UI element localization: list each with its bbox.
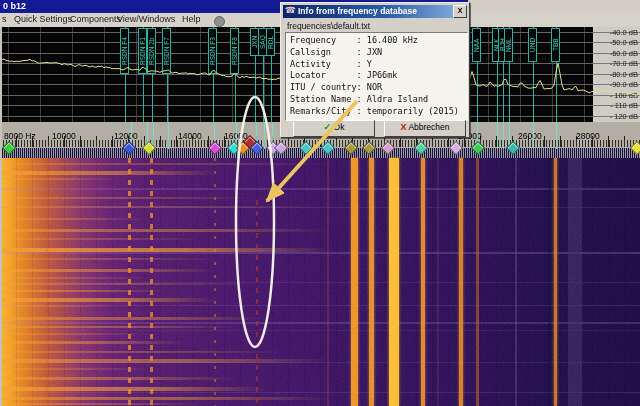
ok-button[interactable]: ✓ Ok	[293, 120, 375, 137]
station-line-extension	[503, 122, 504, 149]
cancel-button[interactable]: X Abbrechen	[384, 120, 466, 137]
menu-item-view-windows[interactable]: View/Windows	[117, 14, 175, 24]
freq-label: 28000	[576, 131, 600, 141]
close-button[interactable]: X	[453, 5, 467, 18]
window-title: 0 b12	[3, 1, 26, 11]
menu-item-components[interactable]: Components	[70, 14, 121, 24]
menu-item-help[interactable]: Help	[182, 14, 201, 24]
freq-label: 12000	[114, 131, 138, 141]
window-left-border	[0, 27, 2, 406]
ruler-minor-ticks	[0, 140, 640, 147]
menu-item-quick-settings[interactable]: Quick Settings	[14, 14, 72, 24]
ok-button-label: Ok	[334, 122, 345, 132]
station-line-extension	[264, 122, 265, 149]
spectrum-lab-window: 0 b12 sQuick SettingsComponentsView/Wind…	[0, 0, 640, 406]
info-line: Remarks/City : temporarily (2015)	[290, 106, 467, 118]
info-line: ITU / country: NOR	[290, 82, 467, 94]
record-indicator-icon	[214, 16, 225, 27]
phone-icon: ☎	[285, 5, 296, 15]
station-line-extension	[533, 122, 534, 149]
info-line: Frequency : 16.400 kHz	[290, 35, 467, 47]
freq-label: 10000	[52, 131, 76, 141]
titlebar-right-area	[468, 0, 640, 13]
freq-label: 14000	[178, 131, 202, 141]
freq-label: 8000 Hz	[4, 131, 36, 141]
freq-label: 26000	[518, 131, 542, 141]
check-icon: ✓	[324, 122, 332, 132]
waterfall-noise	[0, 158, 640, 406]
x-icon: X	[400, 122, 406, 132]
info-dialog: ☎ Info from frequency database X frequen…	[280, 2, 470, 138]
dialog-title: Info from frequency database	[298, 6, 417, 16]
dialog-titlebar[interactable]: ☎ Info from frequency database	[283, 5, 465, 18]
station-line-extension	[556, 122, 557, 149]
info-line: Activity : Y	[290, 59, 467, 71]
menu-item-s[interactable]: s	[2, 14, 7, 24]
db-file-label: frequencies\default.txt	[287, 21, 370, 31]
info-line: Station Name : Aldra Island	[290, 94, 467, 106]
waterfall-display[interactable]	[0, 158, 640, 406]
cancel-button-label: Abbrechen	[408, 122, 449, 132]
info-line: Callsign : JXN	[290, 47, 467, 59]
station-line-extension	[497, 122, 498, 149]
info-line: Locator : JP66mk	[290, 70, 467, 82]
station-info-box: Frequency : 16.400 kHzCallsign : JXNActi…	[285, 32, 468, 121]
station-line-extension	[168, 122, 169, 149]
ruler-comb-ticks	[0, 148, 640, 158]
